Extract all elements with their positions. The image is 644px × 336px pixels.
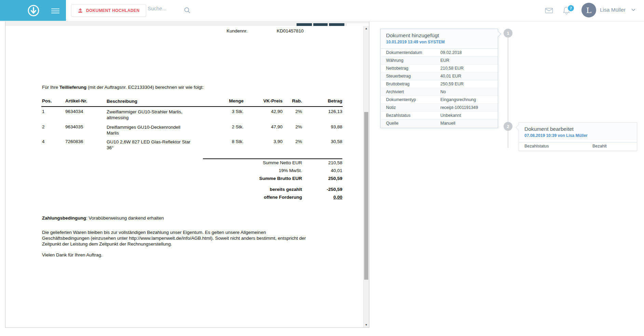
- viewer-scrollbar[interactable]: ▲ ▼: [363, 26, 369, 327]
- invoice-cell-artikel: 9634034: [65, 109, 101, 114]
- scroll-up-arrow-icon[interactable]: ▲: [364, 27, 369, 30]
- total-value: 250,59: [294, 176, 342, 181]
- total-value: 0,00: [294, 195, 342, 200]
- timeline-marker-1: 1: [504, 29, 512, 38]
- field-row: ArchiviertNo: [381, 88, 498, 96]
- chevron-down-icon[interactable]: [631, 9, 635, 11]
- event-card-header: Dokument bearbeitet 07.08.2019 10:39 von…: [519, 123, 637, 140]
- scroll-down-arrow-icon[interactable]: ▼: [364, 323, 369, 326]
- top-bar: DOKUMENT HOCHLADEN 7 L Lisa Müller: [0, 0, 644, 22]
- field-label: Bruttobetrag: [386, 82, 440, 86]
- field-value: receipt-1001191349: [440, 105, 478, 110]
- invoice-cell-menge: 3 Stk.: [201, 109, 244, 114]
- field-row: Dokumentendatum09.02.2018: [381, 49, 498, 56]
- column-header: VK-Preis: [248, 98, 283, 103]
- invoice-cell-menge: 8 Stk.: [201, 139, 244, 144]
- total-label: Summe Netto EUR: [165, 160, 302, 165]
- field-row: WährungEUR: [381, 56, 498, 64]
- invoice-cell-betrag: 93,88: [307, 124, 342, 129]
- column-header: Beschreibung: [107, 98, 195, 104]
- invoice-cell-menge: 2 Stk.: [201, 124, 244, 129]
- document-viewer: Kundennr. KD01457810 Für Ihre Teilliefer…: [5, 21, 369, 328]
- invoice-cell-pos: 2: [42, 124, 57, 129]
- event-meta: 07.08.2019 10:39 von Lisa Müller: [524, 133, 631, 138]
- total-value: 210,58: [294, 160, 342, 165]
- search-icon[interactable]: [184, 7, 191, 14]
- event-card-header: Dokument hinzugefügt 10.01.2019 13:49 vo…: [381, 29, 498, 46]
- invoice-cell-beschreibung: Zweiflammiger GU10-Strahler Marlis, altm…: [107, 109, 195, 121]
- user-avatar[interactable]: L: [581, 3, 596, 17]
- event-title: Dokument hinzugefügt: [386, 32, 492, 39]
- field-label: Dokumentendatum: [386, 50, 440, 55]
- viewer-toolbar-button-2[interactable]: [313, 23, 328, 26]
- payment-terms-line: Zahlungsbedingung: Vorabüberweisung dank…: [42, 215, 164, 221]
- field-value: 40,01 EUR: [440, 74, 461, 79]
- invoice-cell-betrag: 30,58: [307, 139, 342, 144]
- invoice-cell-rab: 2%: [287, 109, 302, 114]
- search-area: [147, 5, 205, 16]
- upload-icon: [78, 8, 83, 13]
- field-value: No: [440, 89, 446, 94]
- field-value: Eingangsrechnung: [440, 97, 476, 102]
- invoice-cell-artikel: 9634035: [65, 124, 101, 129]
- field-row: BezahlstatusUnbekannt: [381, 111, 498, 119]
- document-page: Kundennr. KD01457810 Für Ihre Teilliefer…: [5, 26, 363, 327]
- total-value: -250,59: [294, 187, 342, 192]
- field-value: 210,58 EUR: [440, 66, 464, 71]
- total-label: bereits gezahlt: [165, 187, 302, 192]
- search-input[interactable]: [147, 5, 182, 12]
- field-value: Manuell: [440, 121, 455, 126]
- viewer-toolbar-button-1[interactable]: [297, 23, 312, 26]
- column-header: Pos.: [42, 98, 57, 103]
- user-name[interactable]: Lisa Müller: [600, 7, 626, 13]
- viewer-toolbar: [5, 22, 369, 26]
- field-row: Bruttobetrag250,59 EUR: [381, 80, 498, 88]
- brand-block: [0, 0, 66, 21]
- field-row: Steuerbetrag40,01 EUR: [381, 72, 498, 80]
- field-label: Bezahlstatus: [524, 144, 592, 149]
- invoice-cell-artikel: 7260836: [65, 139, 101, 144]
- field-value: 09.02.2018: [440, 50, 462, 55]
- field-label: Archiviert: [386, 89, 440, 94]
- invoice-cell-pos: 1: [42, 109, 57, 114]
- invoice-cell-betrag: 126,13: [307, 109, 342, 114]
- field-label: Steuerbetrag: [386, 74, 440, 79]
- field-row: DokumententypEingangsrechnung: [381, 96, 498, 103]
- mail-icon[interactable]: [545, 6, 553, 14]
- app-logo-icon[interactable]: [26, 3, 41, 18]
- invoice-cell-pos: 4: [42, 139, 57, 144]
- column-header: Artikel-Nr.: [65, 98, 101, 103]
- event-fields: Dokumentendatum09.02.2018WährungEURNetto…: [381, 49, 498, 128]
- field-row: Notizreceipt-1001191349: [381, 103, 498, 111]
- field-value: Unbekannt: [440, 113, 461, 118]
- field-row: Nettobetrag210,58 EUR: [381, 64, 498, 72]
- event-fields: BezahlstatusBezahlt: [519, 142, 637, 151]
- scrollbar-thumb[interactable]: [364, 112, 368, 280]
- invoice-cell-rab: 2%: [287, 139, 302, 144]
- column-header: Betrag: [307, 98, 342, 103]
- column-header: Menge: [201, 98, 244, 103]
- total-label: offene Forderung: [165, 195, 302, 200]
- field-label: Quelle: [386, 121, 440, 126]
- viewer-toolbar-button-3[interactable]: [329, 23, 344, 26]
- invoice-cell-beschreibung: GU10 2,6W 827 LED Glas-Reflektor Star 36…: [107, 139, 195, 151]
- field-value: Bezahlt: [592, 144, 607, 149]
- invoice-cell-beschreibung: Dreiflammiges GU10-Deckenrondell Marlis: [107, 124, 195, 136]
- menu-icon[interactable]: [51, 9, 59, 13]
- timeline-marker-2: 2: [504, 122, 512, 131]
- customer-number-value: KD01457810: [277, 28, 304, 33]
- event-meta: 10.01.2019 13:49 von SYSTEM: [386, 40, 492, 44]
- field-value: EUR: [440, 58, 449, 63]
- field-label: Nettobetrag: [386, 66, 440, 71]
- total-value: 40,01: [294, 168, 342, 173]
- invoice-cell-vk_preis: 47,90: [248, 124, 283, 129]
- upload-button-label: DOKUMENT HOCHLADEN: [86, 8, 140, 13]
- field-label: Notiz: [386, 105, 440, 110]
- viewer-toolbar-dropdown[interactable]: [346, 23, 369, 26]
- event-card-document-added: Dokument hinzugefügt 10.01.2019 13:49 vo…: [380, 29, 498, 128]
- invoice-cell-vk_preis: 42,90: [248, 109, 283, 114]
- terms-paragraph: Die gelieferten Waren bleiben bis zur vo…: [42, 229, 306, 247]
- upload-document-button[interactable]: DOKUMENT HOCHLADEN: [71, 4, 146, 17]
- app-root: DOKUMENT HOCHLADEN 7 L Lisa Müller: [0, 0, 644, 336]
- field-row: QuelleManuell: [381, 119, 498, 127]
